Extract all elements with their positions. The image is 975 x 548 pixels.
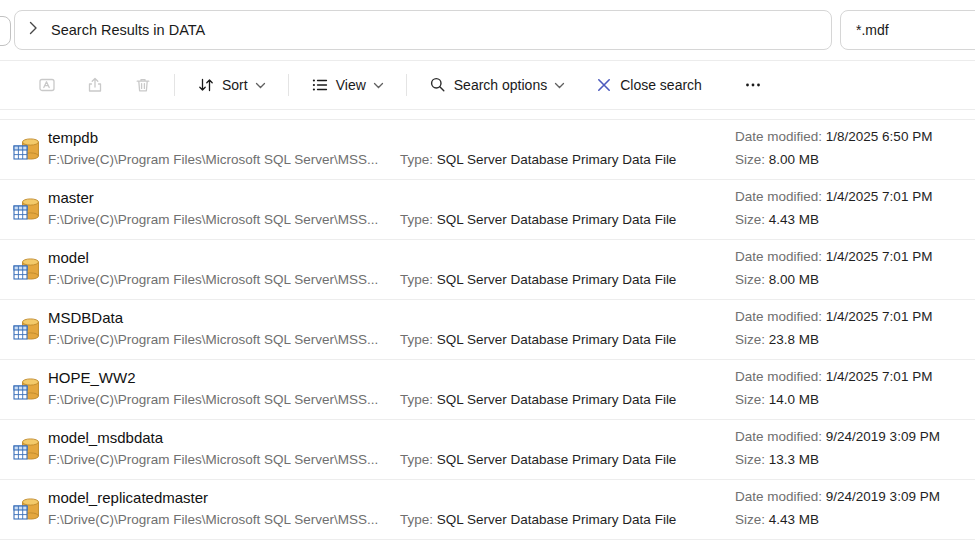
- type-value: SQL Server Database Primary Data File: [437, 452, 677, 467]
- file-date-modified: Date modified: 9/24/2019 3:09 PM: [735, 489, 940, 504]
- close-search-button[interactable]: Close search: [587, 68, 710, 102]
- view-button[interactable]: View: [303, 68, 392, 102]
- size-label: Size:: [735, 272, 765, 287]
- file-name: model_replicatedmaster: [48, 489, 208, 506]
- sql-database-file-icon: [13, 375, 41, 403]
- file-path: F:\Drive(C)\Program Files\Microsoft SQL …: [48, 512, 378, 527]
- share-icon: [86, 76, 104, 94]
- file-name: HOPE_WW2: [48, 369, 136, 386]
- size-value: 4.43 MB: [769, 512, 819, 527]
- search-options-label: Search options: [454, 77, 547, 93]
- date-modified-label: Date modified:: [735, 249, 822, 264]
- type-value: SQL Server Database Primary Data File: [437, 212, 677, 227]
- file-row[interactable]: master F:\Drive(C)\Program Files\Microso…: [0, 180, 975, 240]
- delete-button[interactable]: [126, 68, 160, 102]
- size-value: 13.3 MB: [769, 452, 819, 467]
- explorer-topbar: Search Results in DATA: [0, 0, 975, 60]
- file-type: Type: SQL Server Database Primary Data F…: [400, 332, 676, 347]
- sql-database-file-icon: [13, 315, 41, 343]
- date-modified-value: 1/4/2025 7:01 PM: [826, 249, 933, 264]
- date-modified-value: 1/4/2025 7:01 PM: [826, 309, 933, 324]
- file-row[interactable]: model F:\Drive(C)\Program Files\Microsof…: [0, 240, 975, 300]
- file-path: F:\Drive(C)\Program Files\Microsoft SQL …: [48, 272, 378, 287]
- type-label: Type:: [400, 392, 433, 407]
- file-date-modified: Date modified: 1/8/2025 6:50 PM: [735, 129, 932, 144]
- nav-button-clipped[interactable]: [0, 16, 11, 46]
- size-value: 4.43 MB: [769, 212, 819, 227]
- toolbar-divider: [174, 74, 175, 96]
- type-label: Type:: [400, 512, 433, 527]
- size-value: 14.0 MB: [769, 392, 819, 407]
- file-row[interactable]: model_msdbdata F:\Drive(C)\Program Files…: [0, 420, 975, 480]
- sql-database-file-icon: [13, 495, 41, 523]
- trash-icon: [134, 76, 152, 94]
- see-more-button[interactable]: [736, 68, 770, 102]
- file-path: F:\Drive(C)\Program Files\Microsoft SQL …: [48, 452, 378, 467]
- file-date-modified: Date modified: 1/4/2025 7:01 PM: [735, 189, 932, 204]
- file-date-modified: Date modified: 9/24/2019 3:09 PM: [735, 429, 940, 444]
- type-label: Type:: [400, 452, 433, 467]
- type-label: Type:: [400, 272, 433, 287]
- rename-button[interactable]: [30, 68, 64, 102]
- file-path: F:\Drive(C)\Program Files\Microsoft SQL …: [48, 332, 378, 347]
- type-value: SQL Server Database Primary Data File: [437, 392, 677, 407]
- size-label: Size:: [735, 332, 765, 347]
- file-path: F:\Drive(C)\Program Files\Microsoft SQL …: [48, 392, 378, 407]
- date-modified-label: Date modified:: [735, 369, 822, 384]
- sql-database-file-icon: [13, 195, 41, 223]
- file-name: model_msdbdata: [48, 429, 163, 446]
- size-label: Size:: [735, 392, 765, 407]
- file-name: model: [48, 249, 89, 266]
- more-ellipsis-icon: [744, 76, 762, 94]
- date-modified-label: Date modified:: [735, 189, 822, 204]
- view-label: View: [336, 77, 366, 93]
- date-modified-value: 9/24/2019 3:09 PM: [826, 429, 940, 444]
- file-date-modified: Date modified: 1/4/2025 7:01 PM: [735, 249, 932, 264]
- list-view-icon: [311, 76, 329, 94]
- file-row[interactable]: model_replicatedmaster F:\Drive(C)\Progr…: [0, 480, 975, 540]
- size-value: 8.00 MB: [769, 272, 819, 287]
- file-row[interactable]: HOPE_WW2 F:\Drive(C)\Program Files\Micro…: [0, 360, 975, 420]
- size-label: Size:: [735, 512, 765, 527]
- date-modified-value: 1/4/2025 7:01 PM: [826, 189, 933, 204]
- toolbar-divider: [288, 74, 289, 96]
- search-options-button[interactable]: Search options: [421, 68, 573, 102]
- close-search-label: Close search: [620, 77, 702, 93]
- date-modified-label: Date modified:: [735, 429, 822, 444]
- file-name: tempdb: [48, 129, 98, 146]
- chevron-down-icon: [255, 82, 266, 89]
- file-row[interactable]: tempdb F:\Drive(C)\Program Files\Microso…: [0, 120, 975, 180]
- rename-icon: [38, 76, 56, 94]
- breadcrumb[interactable]: Search Results in DATA: [51, 22, 205, 38]
- file-size: Size: 14.0 MB: [735, 392, 819, 407]
- breadcrumb-chevron-icon: [29, 21, 38, 39]
- chevron-down-icon: [373, 82, 384, 89]
- date-modified-value: 9/24/2019 3:09 PM: [826, 489, 940, 504]
- size-label: Size:: [735, 212, 765, 227]
- file-size: Size: 8.00 MB: [735, 152, 819, 167]
- date-modified-label: Date modified:: [735, 129, 822, 144]
- file-size: Size: 13.3 MB: [735, 452, 819, 467]
- file-size: Size: 23.8 MB: [735, 332, 819, 347]
- file-row[interactable]: MSDBData F:\Drive(C)\Program Files\Micro…: [0, 300, 975, 360]
- address-bar[interactable]: Search Results in DATA: [14, 10, 832, 50]
- file-name: master: [48, 189, 94, 206]
- sort-arrows-icon: [197, 76, 215, 94]
- search-input[interactable]: [840, 10, 975, 50]
- sort-button[interactable]: Sort: [189, 68, 274, 102]
- file-date-modified: Date modified: 1/4/2025 7:01 PM: [735, 369, 932, 384]
- type-value: SQL Server Database Primary Data File: [437, 152, 677, 167]
- sql-database-file-icon: [13, 135, 41, 163]
- file-path: F:\Drive(C)\Program Files\Microsoft SQL …: [48, 152, 378, 167]
- type-label: Type:: [400, 152, 433, 167]
- share-button[interactable]: [78, 68, 112, 102]
- type-value: SQL Server Database Primary Data File: [437, 512, 677, 527]
- size-label: Size:: [735, 452, 765, 467]
- type-label: Type:: [400, 332, 433, 347]
- file-size: Size: 4.43 MB: [735, 212, 819, 227]
- close-x-icon: [595, 76, 613, 94]
- toolbar-divider: [406, 74, 407, 96]
- file-size: Size: 8.00 MB: [735, 272, 819, 287]
- file-name: MSDBData: [48, 309, 123, 326]
- sql-database-file-icon: [13, 435, 41, 463]
